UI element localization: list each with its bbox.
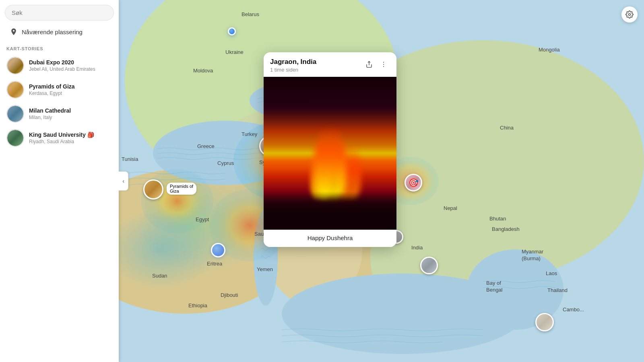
svg-point-24 — [383, 64, 384, 65]
stories-section-label: KART-STORIES — [0, 43, 119, 53]
stories-list: Dubai Expo 2020Jebel Ali, United Arab Em… — [0, 53, 119, 150]
share-icon — [365, 61, 373, 68]
story-text-milan: Milan CathedralMilan, Italy — [29, 107, 112, 120]
story-item-dubai[interactable]: Dubai Expo 2020Jebel Ali, United Arab Em… — [0, 53, 119, 78]
story-sub-dubai: Jebel Ali, United Arab Emirates — [29, 66, 112, 72]
story-title-dubai: Dubai Expo 2020 — [29, 59, 112, 66]
search-input[interactable] — [5, 5, 114, 21]
popup-more-button[interactable] — [377, 58, 390, 71]
sidebar-collapse-button[interactable]: ‹ — [119, 171, 128, 191]
location-label: Nåværende plassering — [22, 29, 83, 35]
svg-point-26 — [629, 14, 631, 16]
popup-image[interactable] — [264, 77, 396, 230]
story-sub-king-saud: Riyadh, Saudi Arabia — [29, 139, 112, 144]
collapse-chevron-icon: ‹ — [122, 178, 124, 184]
story-title-king-saud: King Saud University 🎒 — [29, 132, 112, 138]
top-right-controls — [621, 6, 638, 23]
story-title-pyramids: Pyramids of Giza — [29, 83, 112, 90]
story-thumb-dubai — [6, 57, 24, 74]
saudi-blue-dot — [211, 243, 225, 257]
story-thumb-king-saud — [6, 129, 24, 147]
story-thumb-milan — [6, 105, 24, 123]
story-sub-pyramids: Kerdasa, Egypt — [29, 90, 112, 96]
popup-actions — [363, 58, 390, 71]
current-location-row[interactable]: Nåværende plassering — [3, 24, 116, 40]
popup-card: Jagraon, India 1 time siden — [264, 52, 396, 247]
popup-time: 1 time siden — [270, 67, 316, 73]
popup-header: Jagraon, India 1 time siden — [264, 52, 396, 77]
story-title-milan: Milan Cathedral — [29, 107, 112, 114]
popup-title: Jagraon, India — [270, 58, 316, 66]
svg-point-25 — [383, 66, 384, 67]
map-pin-india-south[interactable] — [420, 257, 438, 274]
story-item-king-saud[interactable]: King Saud University 🎒Riyadh, Saudi Arab… — [0, 126, 119, 150]
story-text-king-saud: King Saud University 🎒Riyadh, Saudi Arab… — [29, 132, 112, 144]
popup-share-button[interactable] — [363, 58, 376, 71]
story-thumb-pyramids — [6, 81, 24, 99]
location-dot-ukraine — [228, 27, 236, 35]
popup-title-group: Jagraon, India 1 time siden — [270, 58, 316, 73]
map-pin-pyramids[interactable]: Pyramids ofGiza — [143, 179, 163, 200]
fire-core — [314, 127, 346, 199]
settings-icon — [625, 10, 634, 19]
map-settings-button[interactable] — [621, 6, 638, 23]
map-pin-india-east[interactable]: 🎯 — [405, 174, 422, 191]
story-item-milan[interactable]: Milan CathedralMilan, Italy — [0, 102, 119, 126]
svg-point-23 — [383, 62, 384, 63]
map-pin-seasia[interactable] — [535, 313, 554, 331]
popup-caption: Happy Dushehra — [264, 230, 396, 247]
story-text-dubai: Dubai Expo 2020Jebel Ali, United Arab Em… — [29, 59, 112, 72]
story-text-pyramids: Pyramids of GizaKerdasa, Egypt — [29, 83, 112, 96]
story-item-pyramids[interactable]: Pyramids of GizaKerdasa, Egypt — [0, 78, 119, 102]
more-icon — [380, 61, 387, 68]
location-pin-icon — [10, 28, 18, 36]
crowd-bottom — [264, 191, 396, 230]
sidebar: Nåværende plassering KART-STORIES Dubai … — [0, 0, 119, 362]
story-sub-milan: Milan, Italy — [29, 115, 112, 120]
